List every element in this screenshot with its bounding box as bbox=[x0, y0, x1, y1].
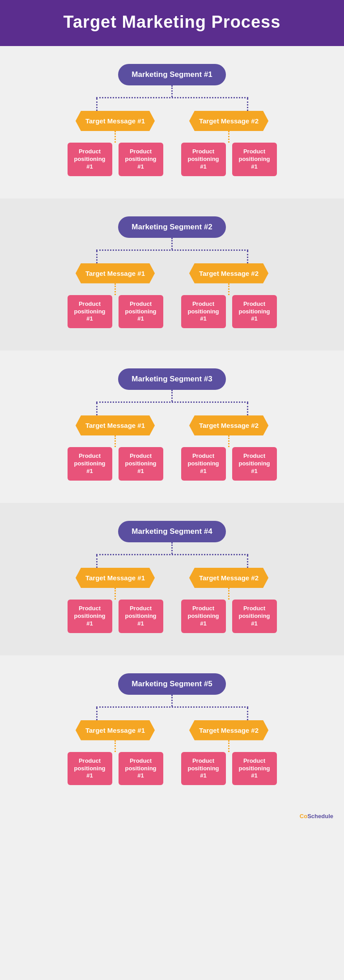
product-box-2-1-1: Product positioning #1 bbox=[68, 295, 112, 329]
footer-brand: CoSchedule bbox=[0, 807, 344, 827]
segment-node-5: Marketing Segment #5 bbox=[118, 673, 225, 695]
product-box-5-2-1: Product positioning #1 bbox=[181, 752, 226, 786]
target-message-3-2: Target Message #2 bbox=[189, 415, 268, 435]
product-box-3-2-2: Product positioning #1 bbox=[232, 447, 277, 481]
message-group-3-1: Target Message #1 Product positioning #1… bbox=[68, 415, 163, 481]
tree-4: Marketing Segment #4 Target Message #1 bbox=[27, 521, 318, 633]
tree-5: Marketing Segment #5 Target Message #1 bbox=[27, 673, 318, 786]
target-message-5-2: Target Message #2 bbox=[189, 720, 268, 740]
product-box-5-1-1: Product positioning #1 bbox=[68, 752, 112, 786]
product-box-1-2-1: Product positioning #1 bbox=[181, 143, 226, 176]
segment-section-5: Marketing Segment #5 Target Message #1 bbox=[0, 655, 344, 808]
product-box-2-2-1: Product positioning #1 bbox=[181, 295, 226, 329]
target-message-2-1: Target Message #1 bbox=[76, 263, 155, 283]
target-message-3-1: Target Message #1 bbox=[76, 415, 155, 435]
segment-section-2: Marketing Segment #2 Target Message #1 bbox=[0, 199, 344, 351]
products-row-3-1: Product positioning #1 Product positioni… bbox=[68, 447, 163, 481]
product-box-1-2-2: Product positioning #1 bbox=[232, 143, 277, 176]
products-row-1-1: Product positioning #1 Product positioni… bbox=[68, 143, 163, 176]
products-row-4-1: Product positioning #1 Product positioni… bbox=[68, 600, 163, 633]
message-group-3-2: Target Message #2 Product positioning #1… bbox=[181, 415, 277, 481]
tree-1: Marketing Segment #1 Target Message #1 bbox=[27, 64, 318, 176]
page-title: Target Marketing Process bbox=[9, 13, 335, 32]
product-box-2-2-2: Product positioning #1 bbox=[232, 295, 277, 329]
product-box-2-1-2: Product positioning #1 bbox=[119, 295, 163, 329]
product-box-3-1-1: Product positioning #1 bbox=[68, 447, 112, 481]
target-message-1-2: Target Message #2 bbox=[189, 111, 268, 131]
target-message-1-1: Target Message #1 bbox=[76, 111, 155, 131]
product-box-5-1-2: Product positioning #1 bbox=[119, 752, 163, 786]
message-group-5-1: Target Message #1 Product positioning #1… bbox=[68, 720, 163, 786]
page-header: Target Marketing Process bbox=[0, 0, 344, 46]
target-message-5-1: Target Message #1 bbox=[76, 720, 155, 740]
segment-section-4: Marketing Segment #4 Target Message #1 bbox=[0, 503, 344, 655]
product-box-4-2-1: Product positioning #1 bbox=[181, 600, 226, 633]
products-row-3-2: Product positioning #1 Product positioni… bbox=[181, 447, 277, 481]
message-group-2-2: Target Message #2 Product positioning #1… bbox=[181, 263, 277, 329]
target-message-4-2: Target Message #2 bbox=[189, 568, 268, 588]
target-message-2-2: Target Message #2 bbox=[189, 263, 268, 283]
product-box-4-1-2: Product positioning #1 bbox=[119, 600, 163, 633]
products-row-1-2: Product positioning #1 Product positioni… bbox=[181, 143, 277, 176]
segment-node-4: Marketing Segment #4 bbox=[118, 521, 225, 542]
product-box-3-2-1: Product positioning #1 bbox=[181, 447, 226, 481]
tree-3: Marketing Segment #3 Target Message #1 bbox=[27, 368, 318, 481]
segment-section-3: Marketing Segment #3 Target Message #1 bbox=[0, 351, 344, 503]
message-group-1-1: Target Message #1 Product positioning #1… bbox=[68, 111, 163, 176]
segment-section-1: Marketing Segment #1 Target Message #1 bbox=[0, 46, 344, 199]
products-row-5-2: Product positioning #1 Product positioni… bbox=[181, 752, 277, 786]
segment-node-3: Marketing Segment #3 bbox=[118, 368, 225, 390]
brand-co: Co bbox=[300, 813, 307, 819]
product-box-1-1-1: Product positioning #1 bbox=[68, 143, 112, 176]
message-group-5-2: Target Message #2 Product positioning #1… bbox=[181, 720, 277, 786]
message-group-4-2: Target Message #2 Product positioning #1… bbox=[181, 568, 277, 633]
products-row-2-1: Product positioning #1 Product positioni… bbox=[68, 295, 163, 329]
products-row-4-2: Product positioning #1 Product positioni… bbox=[181, 600, 277, 633]
product-box-4-1-1: Product positioning #1 bbox=[68, 600, 112, 633]
target-message-4-1: Target Message #1 bbox=[76, 568, 155, 588]
message-group-2-1: Target Message #1 Product positioning #1… bbox=[68, 263, 163, 329]
message-group-1-2: Target Message #2 Product positioning #1… bbox=[181, 111, 277, 176]
segment-node-2: Marketing Segment #2 bbox=[118, 216, 225, 238]
message-group-4-1: Target Message #1 Product positioning #1… bbox=[68, 568, 163, 633]
product-box-3-1-2: Product positioning #1 bbox=[119, 447, 163, 481]
product-box-5-2-2: Product positioning #1 bbox=[232, 752, 277, 786]
tree-2: Marketing Segment #2 Target Message #1 bbox=[27, 216, 318, 329]
brand-schedule: Schedule bbox=[307, 813, 333, 819]
products-row-5-1: Product positioning #1 Product positioni… bbox=[68, 752, 163, 786]
product-box-4-2-2: Product positioning #1 bbox=[232, 600, 277, 633]
segment-node-1: Marketing Segment #1 bbox=[118, 64, 225, 85]
product-box-1-1-2: Product positioning #1 bbox=[119, 143, 163, 176]
products-row-2-2: Product positioning #1 Product positioni… bbox=[181, 295, 277, 329]
